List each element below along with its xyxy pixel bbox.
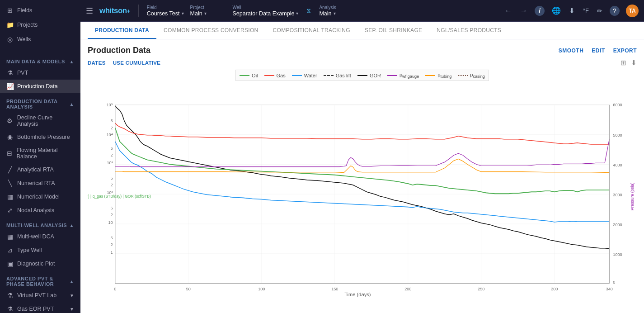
production-data-icon: 📈	[6, 83, 14, 90]
sidebar-item-decline-curve[interactable]: ⚙ Decline Curve Analysis	[0, 111, 80, 130]
field-group-well: Well Separator Data Example ▾	[233, 5, 299, 17]
svg-text:1000: 1000	[613, 252, 622, 257]
svg-text:250: 250	[478, 287, 484, 291]
svg-text:Time (days): Time (days)	[344, 292, 371, 297]
sidebar-item-fields[interactable]: ⊞ Fields	[0, 4, 80, 17]
svg-text:0: 0	[613, 280, 615, 285]
sidebar-item-flowing-material[interactable]: ⊟ Flowing Material Balance	[0, 144, 80, 163]
tab-production-data[interactable]: Production Data	[88, 22, 156, 39]
svg-text:10⁵: 10⁵	[107, 103, 113, 107]
wells-icon: ◎	[6, 36, 14, 43]
tab-compositional[interactable]: Compositional Tracking	[266, 22, 357, 39]
hamburger-icon[interactable]: ☰	[86, 6, 93, 16]
svg-text:3000: 3000	[613, 193, 622, 198]
analysis-caret-icon: ▾	[334, 11, 336, 16]
section-header-main-data[interactable]: Main Data & Models ▲	[0, 55, 80, 66]
expand-chart-button[interactable]: ⊞	[620, 59, 626, 67]
svg-text:1: 1	[111, 250, 113, 255]
type-well-icon: ⊿	[6, 247, 14, 254]
temp-button[interactable]: °F	[582, 6, 590, 15]
sidebar-item-analytical-rta[interactable]: ╱ Analytical RTA	[0, 163, 80, 176]
use-cumulative-button[interactable]: Use Cumulative	[113, 60, 161, 66]
sidebar: ⊞ Fields 📁 Projects ◎ Wells Main Data & …	[0, 0, 80, 313]
edit-topbar-button[interactable]: ✏	[596, 6, 603, 15]
svg-text:2: 2	[111, 242, 113, 247]
sidebar-item-production-data[interactable]: 📈 Production Data	[0, 80, 80, 93]
download-chart-button[interactable]: ⬇	[631, 59, 637, 67]
export-button[interactable]: Export	[613, 47, 637, 54]
legend-ptubing: ptubing	[425, 72, 451, 79]
pvt-icon: ⚗	[6, 69, 14, 76]
help-button[interactable]: ?	[610, 6, 620, 16]
sidebar-item-bottomhole[interactable]: ◉ Bottomhole Pressure	[0, 130, 80, 144]
topbar-actions: ← → i 🌐 ⬇ °F ✏ ? TA	[504, 5, 639, 17]
dates-button[interactable]: Dates	[88, 60, 106, 66]
sidebar-item-nodal-analysis[interactable]: ⤢ Nodal Analysis	[0, 204, 80, 217]
topbar: ☰ whitson+ Field Courses Test ▾ Project …	[80, 0, 644, 22]
content-header: Production Data Smooth Edit Export	[88, 46, 637, 55]
svg-text:5: 5	[111, 176, 113, 180]
smooth-button[interactable]: Smooth	[559, 47, 584, 54]
globe-button[interactable]: 🌐	[551, 5, 562, 16]
sidebar-item-wells[interactable]: ◎ Wells	[0, 33, 80, 46]
sidebar-item-diagnostic-plot[interactable]: ▣ Diagnostic Plot	[0, 257, 80, 270]
chart-container: 10⁵ 5 2 10⁴ 5 2 10³ 5 2 10² 5 2 10 5 2 1…	[88, 85, 637, 313]
sidebar-item-virtual-pvt[interactable]: ⚗ Virtual PVT Lab ▼	[0, 289, 80, 302]
main-content: ☰ whitson+ Field Courses Test ▾ Project …	[80, 0, 644, 313]
fields-icon: ⊞	[6, 7, 14, 14]
decline-curve-icon: ⚙	[6, 117, 14, 124]
legend-gas: Gas	[264, 73, 286, 78]
production-chart: 10⁵ 5 2 10⁴ 5 2 10³ 5 2 10² 5 2 10 5 2 1…	[88, 85, 637, 313]
virtual-pvt-icon: ⚗	[6, 292, 14, 299]
field-selector[interactable]: Courses Test ▾	[147, 10, 184, 17]
sidebar-item-multi-well-dca[interactable]: ▦ Multi-well DCA	[0, 230, 80, 243]
sidebar-item-numerical-model[interactable]: ▦ Numerical Model	[0, 190, 80, 204]
sidebar-item-type-well[interactable]: ⊿ Type Well	[0, 243, 80, 257]
flowing-material-icon: ⊟	[6, 150, 13, 157]
legend-oil: Oil	[240, 73, 258, 78]
svg-text:4000: 4000	[613, 163, 622, 167]
filter-icon: ⧖	[306, 7, 311, 14]
project-selector[interactable]: Main ▾	[190, 10, 226, 17]
forward-button[interactable]: →	[519, 6, 528, 16]
svg-text:6000: 6000	[613, 103, 622, 107]
chevron-up-icon-2: ▲	[70, 102, 74, 107]
svg-text:10³: 10³	[107, 161, 113, 166]
section-header-advanced-pvt[interactable]: Advanced PVT & Phase Behavior ▲	[0, 272, 80, 289]
bottomhole-icon: ◉	[6, 133, 14, 141]
svg-text:q_o (STB/day) | q_g (Mscf/day): q_o (STB/day) | q_g (Mscf/day) | q_gas (…	[88, 194, 151, 199]
field-group-analysis: Analysis Main ▾	[319, 5, 355, 17]
chart-legend: Oil Gas Water Gas lift GOR	[235, 70, 489, 81]
gas-eor-icon: ⚗	[6, 305, 14, 313]
project-caret-icon: ▾	[204, 11, 207, 16]
section-header-production-analysis[interactable]: Production Data Analysis ▲	[0, 95, 80, 111]
analytical-rta-icon: ╱	[6, 166, 14, 173]
section-header-multi-well[interactable]: Multi-well Analysis ▲	[0, 219, 80, 230]
back-button[interactable]: ←	[504, 6, 513, 16]
svg-text:100: 100	[258, 287, 265, 291]
svg-text:2: 2	[111, 183, 113, 187]
sidebar-item-numerical-rta[interactable]: ╲ Numerical RTA	[0, 176, 80, 190]
tab-sep-oil[interactable]: Sep. Oil Shrinkage	[357, 22, 429, 39]
svg-text:200: 200	[404, 287, 411, 291]
svg-text:5: 5	[111, 119, 113, 123]
sidebar-item-gas-eor[interactable]: ⚗ Gas EOR PVT ▼	[0, 302, 80, 313]
download-button[interactable]: ⬇	[568, 6, 576, 16]
diagnostic-plot-icon: ▣	[6, 260, 14, 267]
tab-common-process[interactable]: Common Process Conversion	[156, 22, 266, 39]
sidebar-item-projects[interactable]: 📁 Projects	[0, 18, 80, 32]
expand-arrow-icon: ▼	[70, 293, 74, 298]
analysis-selector[interactable]: Main ▾	[319, 10, 355, 17]
avatar[interactable]: TA	[626, 5, 639, 17]
info-button[interactable]: i	[535, 6, 545, 16]
tab-ngl-sales[interactable]: NGL/Sales Products	[429, 22, 508, 39]
logo: whitson+	[99, 6, 130, 15]
svg-text:150: 150	[331, 287, 338, 291]
svg-text:5000: 5000	[613, 133, 622, 138]
multi-well-dca-icon: ▦	[6, 233, 14, 240]
well-caret-icon: ▾	[296, 11, 298, 16]
edit-button[interactable]: Edit	[592, 47, 605, 54]
well-selector[interactable]: Separator Data Example ▾	[233, 10, 299, 17]
svg-text:5: 5	[111, 146, 113, 151]
sidebar-item-pvt[interactable]: ⚗ PVT	[0, 66, 80, 80]
